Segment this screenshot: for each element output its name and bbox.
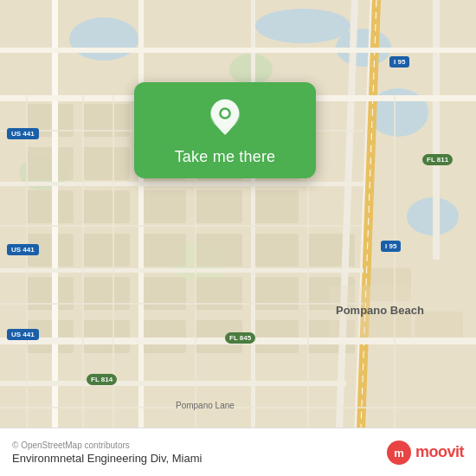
location-card[interactable]: Take me there: [134, 82, 316, 178]
svg-rect-35: [82, 320, 130, 353]
svg-rect-18: [82, 277, 130, 310]
svg-rect-59: [82, 95, 84, 476]
svg-rect-16: [82, 234, 130, 267]
svg-text:m: m: [394, 447, 404, 460]
svg-point-2: [255, 9, 351, 43]
svg-rect-44: [52, 0, 58, 476]
svg-rect-24: [195, 190, 242, 223]
location-pin-icon: [204, 98, 246, 139]
svg-rect-12: [82, 147, 130, 180]
svg-rect-22: [138, 277, 186, 310]
us-441-label-2: US 441: [7, 244, 39, 255]
location-info: Environmnetal Engineering Div, Miami: [12, 452, 386, 465]
moovit-logo: m moovit: [386, 440, 464, 466]
svg-rect-46: [251, 0, 255, 476]
fl-845-label: FL 845: [225, 332, 255, 344]
svg-rect-14: [82, 190, 130, 223]
moovit-logo-text: moovit: [415, 443, 464, 461]
svg-rect-67: [0, 407, 476, 408]
svg-rect-29: [251, 190, 299, 223]
svg-rect-58: [26, 95, 28, 476]
location-name: Environmnetal Engineering Div: [12, 452, 166, 465]
moovit-icon: m: [386, 440, 412, 466]
fl-811-label: FL 811: [422, 154, 453, 165]
us-441-label-1: US 441: [7, 128, 39, 139]
svg-rect-31: [251, 277, 299, 310]
take-me-there-label: Take me there: [175, 148, 276, 166]
svg-rect-10: [82, 104, 130, 137]
svg-point-1: [69, 17, 138, 61]
svg-rect-36: [138, 320, 186, 353]
location-separator: ,: [166, 452, 172, 465]
svg-rect-11: [26, 147, 74, 180]
svg-rect-17: [26, 277, 74, 310]
svg-rect-25: [195, 234, 242, 267]
pompano-beach-label: Pompano Beach: [333, 303, 427, 318]
svg-rect-51: [433, 0, 440, 260]
svg-rect-52: [0, 48, 476, 53]
pompano-lane-label: Pompano Lane: [173, 400, 237, 411]
svg-rect-26: [195, 277, 242, 310]
svg-rect-45: [138, 0, 144, 476]
svg-rect-30: [251, 234, 299, 267]
us-441-label-3: US 441: [7, 329, 39, 340]
fl-814-label: FL 814: [87, 374, 117, 385]
i-95-label-1: I 95: [389, 56, 409, 68]
svg-rect-20: [138, 190, 186, 223]
copyright-text: © OpenStreetMap contributors: [12, 441, 386, 450]
svg-point-71: [222, 110, 229, 118]
svg-rect-13: [26, 190, 74, 223]
bottom-bar: © OpenStreetMap contributors Environmnet…: [0, 428, 476, 476]
svg-rect-60: [113, 95, 114, 476]
svg-rect-21: [138, 234, 186, 267]
i-95-label-2: I 95: [381, 241, 401, 252]
svg-rect-65: [0, 225, 363, 227]
location-city: Miami: [172, 452, 203, 465]
svg-rect-66: [0, 303, 363, 305]
svg-rect-57: [0, 381, 346, 386]
svg-rect-38: [251, 320, 299, 353]
map-container: US 441 US 441 US 441 FL 83 I 95 I 95 FL …: [0, 0, 476, 476]
